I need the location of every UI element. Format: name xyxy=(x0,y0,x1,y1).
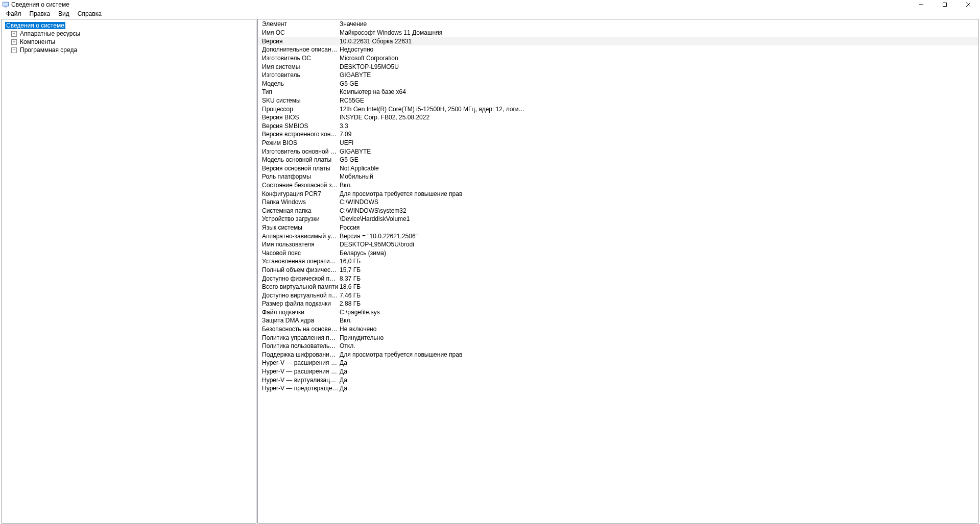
detail-row[interactable]: Версия SMBIOS3.3 xyxy=(258,122,978,131)
tree-panel[interactable]: Сведения о системе + Аппаратные ресурсы … xyxy=(2,19,256,523)
detail-value: C:\WINDOWS xyxy=(339,198,528,206)
detail-value: 7.09 xyxy=(339,131,528,138)
detail-header[interactable]: Элемент Значение xyxy=(258,19,978,29)
detail-row[interactable]: Доступно физической памяти8,37 ГБ xyxy=(258,274,978,283)
detail-value: Компьютер на базе x64 xyxy=(339,88,528,95)
detail-row[interactable]: Политика пользовательского …Откл. xyxy=(258,342,978,351)
detail-element: Процессор xyxy=(258,106,339,113)
header-value[interactable]: Значение xyxy=(339,20,528,28)
close-button[interactable] xyxy=(957,0,980,9)
detail-row[interactable]: Защита DMA ядраВкл. xyxy=(258,316,978,325)
detail-row[interactable]: Поддержка шифрования устр…Для просмотра … xyxy=(258,351,978,359)
detail-row[interactable]: Доступно виртуальной памяти7,46 ГБ xyxy=(258,291,978,300)
detail-value: C:\WINDOWS\system32 xyxy=(339,207,528,214)
detail-value: RC55GE xyxy=(339,97,528,104)
detail-row[interactable]: Версия BIOSINSYDE Corp. FB02, 25.08.2022 xyxy=(258,113,978,122)
detail-value: Вкл. xyxy=(339,317,528,324)
detail-row[interactable]: SKU системыRC55GE xyxy=(258,96,978,105)
detail-row[interactable]: Аппаратно-зависимый уровен…Версия = "10.… xyxy=(258,232,978,240)
detail-value: 8,37 ГБ xyxy=(339,275,528,282)
menubar: Файл Правка Вид Справка xyxy=(0,9,980,18)
detail-row[interactable]: Системная папкаC:\WINDOWS\system32 xyxy=(258,206,978,215)
maximize-button[interactable] xyxy=(933,0,957,9)
detail-row[interactable]: МодельG5 GE xyxy=(258,80,978,88)
tree-hardware[interactable]: + Аппаратные ресурсы xyxy=(2,30,256,38)
detail-row[interactable]: Hyper-V — расширения режи…Да xyxy=(258,359,978,367)
detail-row[interactable]: Имя пользователяDESKTOP-L95MO5U\brodi xyxy=(258,240,978,249)
detail-row[interactable]: Роль платформыМобильный xyxy=(258,172,978,181)
detail-row[interactable]: Версия10.0.22631 Сборка 22631 xyxy=(258,37,978,46)
titlebar: Сведения о системе xyxy=(0,0,980,9)
minimize-button[interactable] xyxy=(910,0,933,9)
detail-row[interactable]: Всего виртуальной памяти18,6 ГБ xyxy=(258,283,978,291)
detail-row[interactable]: Состояние безопасной загруз…Вкл. xyxy=(258,181,978,190)
tree-components[interactable]: + Компоненты xyxy=(2,38,256,46)
detail-value: GIGABYTE xyxy=(339,148,528,155)
menu-file[interactable]: Файл xyxy=(3,10,25,18)
detail-element: Устройство загрузки xyxy=(258,215,339,222)
detail-element: Роль платформы xyxy=(258,173,339,180)
content-area: Сведения о системе + Аппаратные ресурсы … xyxy=(0,18,980,524)
detail-element: Полный объем физической па… xyxy=(258,266,339,273)
detail-element: Режим BIOS xyxy=(258,139,339,146)
expand-icon[interactable]: + xyxy=(11,39,17,45)
detail-value: Принудительно xyxy=(339,334,528,341)
svg-rect-1 xyxy=(3,3,9,6)
detail-value: Для просмотра требуется повышение прав xyxy=(339,190,528,197)
detail-element: Политика управления прилож… xyxy=(258,334,339,341)
detail-row[interactable]: Устройство загрузки\Device\HarddiskVolum… xyxy=(258,215,978,223)
detail-row[interactable]: Файл подкачкиC:\pagefile.sys xyxy=(258,308,978,317)
menu-help[interactable]: Справка xyxy=(75,10,105,18)
detail-element: Имя ОС xyxy=(258,29,339,36)
detail-rows: Имя ОСМайкрософт Windows 11 ДомашняяВерс… xyxy=(258,29,978,393)
detail-value: Не включено xyxy=(339,326,528,333)
detail-row[interactable]: Размер файла подкачки2,88 ГБ xyxy=(258,300,978,308)
detail-row[interactable]: Часовой поясБеларусь (зима) xyxy=(258,248,978,257)
header-element[interactable]: Элемент xyxy=(258,20,339,28)
detail-row[interactable]: Политика управления прилож…Принудительно xyxy=(258,333,978,342)
menu-view[interactable]: Вид xyxy=(55,10,73,18)
detail-row[interactable]: Режим BIOSUEFI xyxy=(258,139,978,147)
menu-edit[interactable]: Правка xyxy=(27,10,54,18)
detail-element: SKU системы xyxy=(258,97,339,104)
detail-row[interactable]: Модель основной платыG5 GE xyxy=(258,156,978,164)
detail-row[interactable]: Установленная оперативная п…16,0 ГБ xyxy=(258,257,978,266)
detail-value: Беларусь (зима) xyxy=(339,249,528,257)
window-title: Сведения о системе xyxy=(11,1,69,8)
tree-root[interactable]: Сведения о системе xyxy=(2,21,256,30)
detail-row[interactable]: Конфигурация PCR7Для просмотра требуется… xyxy=(258,189,978,198)
detail-value: Россия xyxy=(339,224,528,231)
detail-row[interactable]: Имя ОСМайкрософт Windows 11 Домашняя xyxy=(258,29,978,37)
detail-row[interactable]: Язык системыРоссия xyxy=(258,223,978,232)
detail-panel[interactable]: Элемент Значение Имя ОСМайкрософт Window… xyxy=(257,19,978,523)
expand-icon[interactable]: + xyxy=(11,47,17,53)
detail-row[interactable]: Hyper-V — предотвращение в…Да xyxy=(258,384,978,393)
detail-element: Версия xyxy=(258,38,339,45)
detail-row[interactable]: Версия основной платыNot Applicable xyxy=(258,164,978,173)
detail-row[interactable]: Безопасность на основе вирту…Не включено xyxy=(258,325,978,334)
detail-row[interactable]: Hyper-V — виртуализация вкл…Да xyxy=(258,376,978,384)
detail-element: Доступно физической памяти xyxy=(258,275,339,282)
detail-element: Hyper-V — расширения для п… xyxy=(258,368,339,375)
detail-row[interactable]: ИзготовительGIGABYTE xyxy=(258,71,978,80)
detail-element: Состояние безопасной загруз… xyxy=(258,182,339,189)
detail-row[interactable]: Изготовитель основной платыGIGABYTE xyxy=(258,147,978,156)
tree-software[interactable]: + Программная среда xyxy=(2,46,256,54)
tree-root-label: Сведения о системе xyxy=(5,22,65,29)
detail-element: Дополнительное описание ОС xyxy=(258,46,339,53)
detail-row[interactable]: Имя системыDESKTOP-L95MO5U xyxy=(258,62,978,71)
detail-value: 2,88 ГБ xyxy=(339,300,528,307)
detail-value: Версия = "10.0.22621.2506" xyxy=(339,233,528,240)
detail-row[interactable]: Версия встроенного контролл…7.09 xyxy=(258,130,978,139)
detail-row[interactable]: Полный объем физической па…15,7 ГБ xyxy=(258,266,978,275)
detail-element: Установленная оперативная п… xyxy=(258,258,339,265)
detail-row[interactable]: Hyper-V — расширения для п…Да xyxy=(258,367,978,376)
detail-row[interactable]: Процессор12th Gen Intel(R) Core(TM) i5-1… xyxy=(258,105,978,113)
detail-row[interactable]: Дополнительное описание ОСНедоступно xyxy=(258,45,978,54)
detail-element: Изготовитель xyxy=(258,71,339,79)
detail-row[interactable]: Папка WindowsC:\WINDOWS xyxy=(258,198,978,207)
detail-row[interactable]: Изготовитель ОСMicrosoft Corporation xyxy=(258,54,978,63)
detail-value: DESKTOP-L95MO5U\brodi xyxy=(339,241,528,248)
expand-icon[interactable]: + xyxy=(11,31,17,37)
detail-row[interactable]: ТипКомпьютер на базе x64 xyxy=(258,88,978,96)
